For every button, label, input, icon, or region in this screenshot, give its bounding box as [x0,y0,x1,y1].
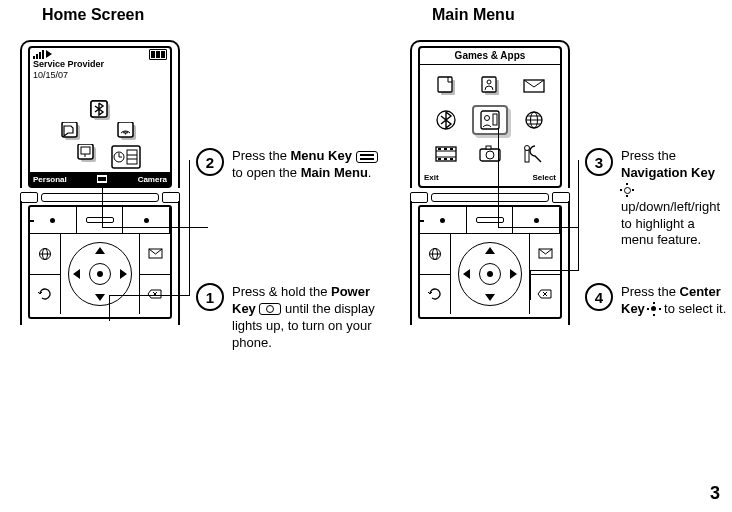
addressbook-icon [472,71,508,101]
bluetooth-icon [428,105,464,135]
phone-mainmenu: Games & Apps Exit Select [410,40,570,325]
svg-rect-23 [438,77,452,92]
dot-icon [50,218,55,223]
svg-rect-42 [450,148,453,150]
arrow-down-icon [95,294,105,301]
callout-1: Press & hold the Power Key until the dis… [232,284,392,352]
softkey-left: Personal [33,175,67,184]
softkey-bar: Exit Select [422,170,558,184]
signal-icon [33,50,44,59]
arrow-up-icon [95,247,105,254]
callout-3: Press the Navigation Key up/down/left/ri… [621,148,729,249]
center-key-icon [89,263,111,285]
step-number-4: 4 [585,283,613,311]
heading-home-screen: Home Screen [42,6,144,24]
battery-icon [149,49,167,60]
softkey-left: Exit [424,173,439,182]
apps-icon [76,144,98,162]
wifi-icon [116,122,138,140]
navigation-key-icon [621,184,633,196]
softkey-right: Select [532,173,556,182]
film-icon [428,139,464,169]
svg-rect-41 [444,148,447,150]
svg-point-50 [525,146,530,151]
dot-icon [144,218,149,223]
svg-rect-45 [450,158,453,160]
home-screen: Service Provider 10/15/07 [28,46,172,188]
envelope-icon [140,234,170,274]
bluetooth-icon [88,100,110,118]
menu-key-icon [356,151,378,163]
svg-rect-43 [438,158,441,160]
mainmenu-title: Games & Apps [420,48,560,65]
file-icon [428,71,464,101]
arrow-icon [46,50,52,58]
globe-icon [30,234,60,274]
svg-rect-44 [444,158,447,160]
camera-icon [472,139,508,169]
dpad [61,234,139,314]
heading-main-menu: Main Menu [432,6,515,24]
keypad [20,201,180,325]
page-number: 3 [710,483,720,504]
phonebook-icon [472,105,508,135]
delete-icon [140,274,170,315]
svg-rect-49 [525,150,529,162]
svg-rect-40 [438,148,441,150]
tools-icon [516,139,552,169]
callout-4: Press the Center Key to select it. [621,284,729,318]
callout-2: Press the Menu Key to open the Main Menu… [232,148,392,182]
svg-point-7 [125,133,127,135]
keypad [410,201,570,325]
svg-rect-48 [486,146,491,149]
menu-key-icon [86,217,114,223]
step-number-3: 3 [585,148,613,176]
menu-icon [97,175,107,183]
softkey-bar: Personal Camera [30,172,170,186]
mainmenu-screen: Games & Apps Exit Select [418,46,562,188]
talk-icon [60,122,82,140]
arrow-right-icon [120,269,127,279]
arrow-left-icon [73,269,80,279]
svg-rect-6 [118,122,133,137]
globe-icon [516,105,552,135]
svg-rect-11 [112,146,140,168]
step-number-2: 2 [196,148,224,176]
service-provider-label: Service Provider [30,60,170,70]
softkey-right: Camera [138,175,167,184]
power-key-icon [259,303,281,315]
date-label: 10/15/07 [30,70,170,80]
center-key-icon [648,303,660,315]
envelope-icon [516,71,552,101]
clock-icon [110,144,142,170]
back-icon [30,274,60,315]
phone-home: Service Provider 10/15/07 [20,40,180,325]
step-number-1: 1 [196,283,224,311]
